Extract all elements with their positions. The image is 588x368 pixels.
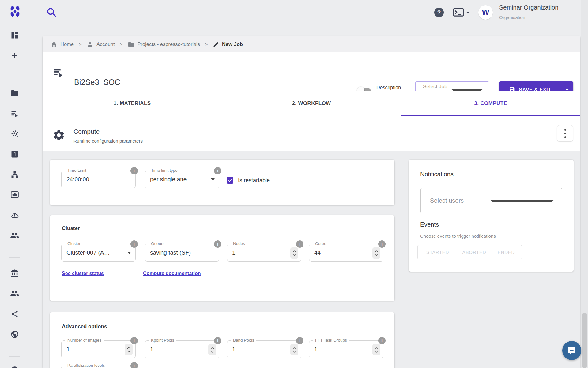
see-cluster-status-link[interactable]: See cluster status [62, 271, 104, 276]
time-limit-field[interactable]: Time Limit i 24:00:00 [61, 171, 136, 188]
save-dropdown-button[interactable] [561, 89, 573, 91]
tab-materials[interactable]: 1. MATERIALS [43, 91, 222, 116]
event-started-button[interactable]: STARTED [417, 245, 458, 259]
info-icon[interactable]: i [378, 240, 386, 248]
sidebar-item-bank-icon[interactable] [7, 266, 22, 281]
info-icon[interactable]: i [130, 167, 138, 174]
section-title: Compute [74, 128, 100, 135]
stepper-arrows[interactable] [372, 247, 380, 259]
time-limit-card: Time Limit i 24:00:00 Time limit type i … [50, 160, 394, 205]
event-aborted-button[interactable]: ABORTED [458, 245, 491, 259]
chevron-down-icon [565, 89, 569, 91]
parallelization-levels-field[interactable]: Parallelization levels i [61, 366, 136, 368]
folder-icon [128, 41, 134, 48]
stepper-arrows[interactable] [208, 344, 216, 355]
sidebar-item-cloud-upload-icon[interactable] [7, 208, 22, 223]
info-icon[interactable]: i [214, 337, 221, 344]
info-icon[interactable]: i [214, 167, 221, 174]
tab-workflow[interactable]: 2. WORKFLOW [222, 91, 401, 116]
home-icon [51, 41, 57, 48]
breadcrumb-account[interactable]: Account [87, 41, 115, 48]
nodes-stepper[interactable]: Nodes i 1 [227, 244, 301, 262]
stepper-arrows[interactable] [290, 344, 298, 355]
info-icon[interactable]: i [130, 337, 138, 344]
sidebar-item-globe-partial-icon[interactable] [7, 363, 22, 368]
select-users-dropdown[interactable]: Select users [420, 188, 562, 213]
sidebar-item-jobs-list-icon[interactable] [7, 106, 22, 121]
sidebar-item-media-cloud-icon[interactable] [7, 187, 22, 202]
sidebar-divider [9, 76, 20, 76]
breadcrumb-separator: > [79, 41, 82, 48]
chevron-down-icon [466, 12, 470, 14]
main-content-card: Home > Account > Projects - espresso-tut… [43, 36, 580, 368]
tab-compute[interactable]: 3. COMPUTE [401, 91, 580, 116]
check-icon [228, 178, 232, 183]
job-title[interactable]: Bi2Se3_SOC [74, 78, 120, 87]
person-icon [87, 41, 93, 48]
sidebar-item-globe-icon[interactable] [7, 327, 22, 342]
chevron-down-icon [211, 178, 215, 181]
kebab-menu-button[interactable] [557, 125, 573, 142]
breadcrumb-separator: > [120, 41, 123, 48]
event-button-group: STARTED ABORTED ENDED [417, 245, 522, 259]
notifications-card: Notifications Select users Events Choose… [409, 160, 574, 272]
sidebar-divider [9, 257, 20, 258]
info-icon[interactable]: i [296, 240, 303, 248]
advanced-options-heading: Advanced options [62, 324, 107, 330]
sidebar-item-materials-dots-icon[interactable] [7, 127, 22, 141]
search-icon[interactable] [46, 7, 57, 18]
description-toggle-label: Description [376, 85, 401, 90]
stepper-arrows[interactable] [372, 344, 380, 355]
events-title: Events [420, 221, 439, 228]
kpoint-pools-stepper[interactable]: Kpoint Pools i 1 [145, 340, 219, 358]
queue-field[interactable]: Queue i saving fast (SF) [145, 244, 219, 262]
cluster-card: Cluster Cluster i Cluster-007 (A… Queue … [50, 215, 394, 301]
notifications-title: Notifications [420, 171, 454, 178]
pencil-icon [213, 41, 219, 48]
cluster-select[interactable]: Cluster i Cluster-007 (A… [61, 244, 136, 262]
sidebar-item-share-icon[interactable] [7, 307, 22, 321]
app-logo-molecule-icon[interactable] [9, 5, 21, 18]
sidebar-item-projects-folder-icon[interactable] [7, 86, 22, 101]
chevron-down-icon [490, 200, 554, 202]
sidebar-item-workflows-tree-icon[interactable] [7, 167, 22, 182]
chevron-down-icon [451, 89, 483, 91]
chat-widget-button[interactable] [562, 341, 581, 360]
breadcrumb-projects[interactable]: Projects - espresso-tutorials [128, 41, 200, 48]
sidebar-item-members-icon[interactable] [7, 286, 22, 301]
avatar[interactable]: W [478, 5, 493, 20]
compute-form-area: Time Limit i 24:00:00 Time limit type i … [43, 151, 580, 368]
band-pools-stepper[interactable]: Band Pools i 1 [227, 340, 301, 358]
info-icon[interactable]: i [130, 362, 138, 368]
sidebar-item-create-plus-icon[interactable] [7, 48, 22, 63]
fft-task-groups-stepper[interactable]: FFT Task Groups i 1 [309, 340, 383, 358]
number-of-images-stepper[interactable]: Number of Images i 1 [61, 340, 136, 358]
info-icon[interactable]: i [214, 240, 221, 248]
breadcrumb-home[interactable]: Home [51, 41, 74, 48]
breadcrumb-separator: > [205, 41, 208, 48]
sidebar-item-team-icon[interactable] [7, 228, 22, 243]
events-subtitle: Choose events to trigger notifications [420, 233, 496, 239]
info-icon[interactable]: i [130, 240, 138, 248]
time-limit-type-select[interactable]: Time limit type i per single atte… [145, 171, 219, 188]
sidebar-item-dashboard-icon[interactable] [7, 28, 22, 43]
is-restartable-checkbox[interactable] [227, 177, 233, 184]
event-ended-button[interactable]: ENDED [491, 245, 522, 259]
gear-icon [52, 129, 65, 143]
sidebar-item-looks-one-icon[interactable] [7, 147, 22, 162]
sidebar-divider [9, 356, 20, 357]
stepper-arrows[interactable] [125, 344, 133, 355]
stepper-arrows[interactable] [290, 247, 298, 259]
chevron-down-icon [127, 252, 131, 254]
scrollbar-thumb[interactable] [582, 313, 587, 368]
info-icon[interactable]: i [378, 337, 386, 344]
help-icon[interactable]: ? [434, 8, 444, 17]
cores-stepper[interactable]: Cores i 44 [309, 244, 383, 262]
terminal-console-icon[interactable] [453, 7, 470, 18]
info-icon[interactable]: i [296, 337, 303, 344]
is-restartable-label: Is restartable [238, 177, 270, 184]
org-type: Organisation [499, 15, 525, 20]
compute-documentation-link[interactable]: Compute documentation [143, 271, 201, 276]
job-type-icon [52, 67, 65, 80]
job-header: Bi2Se3_SOC project espresso-tutorials De… [43, 52, 580, 91]
